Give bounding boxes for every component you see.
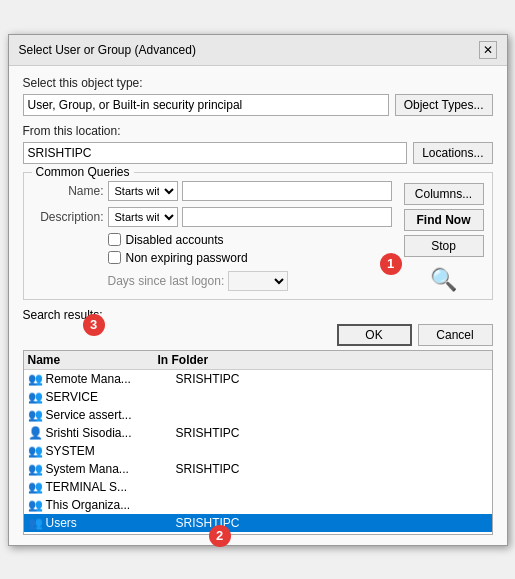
user-icon: 👥 xyxy=(28,515,44,531)
description-row: Description: Starts with Is exactly xyxy=(34,207,392,227)
row-folder: SRISHTIPC xyxy=(176,462,488,476)
cancel-button[interactable]: Cancel xyxy=(418,324,493,346)
row-name: Users xyxy=(46,516,176,530)
stop-button[interactable]: Stop xyxy=(404,235,484,257)
col-folder-header: In Folder xyxy=(158,353,488,367)
days-row: Days since last logon: 30 60 90 xyxy=(34,271,392,291)
table-row[interactable]: 👥 Users SRISHTIPC xyxy=(24,514,492,532)
row-folder: SRISHTIPC xyxy=(176,426,488,440)
common-queries-title: Common Queries xyxy=(32,165,134,179)
row-name: Remote Mana... xyxy=(46,372,176,386)
user-icon: 👥 xyxy=(28,497,44,513)
close-button[interactable]: ✕ xyxy=(479,41,497,59)
disabled-accounts-checkbox[interactable] xyxy=(108,233,121,246)
description-condition-select[interactable]: Starts with Is exactly xyxy=(108,207,178,227)
user-icon: 👤 xyxy=(28,425,44,441)
title-bar: Select User or Group (Advanced) ✕ xyxy=(9,35,507,66)
search-results-label: Search results: xyxy=(23,308,493,322)
object-type-label: Select this object type: xyxy=(23,76,493,90)
days-select[interactable]: 30 60 90 xyxy=(228,271,288,291)
location-row: Locations... xyxy=(23,142,493,164)
row-name: Srishti Sisodia... xyxy=(46,426,176,440)
row-name: WDAGUtilityA... xyxy=(46,534,176,535)
table-row[interactable]: 👥 This Organiza... xyxy=(24,496,492,514)
row-folder: SRISHTIPC xyxy=(176,372,488,386)
description-value-input[interactable] xyxy=(182,207,392,227)
non-expiring-checkbox[interactable] xyxy=(108,251,121,264)
ok-cancel-area: OK Cancel 3 xyxy=(23,324,493,346)
find-now-button[interactable]: Find Now xyxy=(404,209,484,231)
row-folder: SRISHTIPC xyxy=(176,534,488,535)
table-row[interactable]: 👥 Service assert... xyxy=(24,406,492,424)
dialog-title: Select User or Group (Advanced) xyxy=(19,43,196,57)
object-type-input[interactable] xyxy=(23,94,389,116)
col-name-header: Name xyxy=(28,353,158,367)
non-expiring-row: Non expiring password xyxy=(34,251,392,265)
row-name: SYSTEM xyxy=(46,444,176,458)
object-types-button[interactable]: Object Types... xyxy=(395,94,493,116)
results-table[interactable]: Name In Folder 👥 Remote Mana... SRISHTIP… xyxy=(23,350,493,535)
ok-button[interactable]: OK xyxy=(337,324,412,346)
location-input[interactable] xyxy=(23,142,408,164)
result-rows-container: 👥 Remote Mana... SRISHTIPC 👥 SERVICE 👥 S… xyxy=(24,370,492,535)
table-row[interactable]: 👤 WDAGUtilityA... SRISHTIPC xyxy=(24,532,492,535)
search-icon: 🔍 xyxy=(430,267,457,293)
user-icon: 👥 xyxy=(28,461,44,477)
common-queries-group: Common Queries Name: Starts with Is exac… xyxy=(23,172,493,300)
row-name: TERMINAL S... xyxy=(46,480,176,494)
disabled-accounts-row: Disabled accounts xyxy=(34,233,392,247)
table-row[interactable]: 👥 SYSTEM xyxy=(24,442,492,460)
right-buttons: Columns... Find Now Stop 🔍 xyxy=(404,183,484,293)
disabled-accounts-label: Disabled accounts xyxy=(126,233,224,247)
row-name: Service assert... xyxy=(46,408,176,422)
name-condition-select[interactable]: Starts with Is exactly Ends with xyxy=(108,181,178,201)
table-row[interactable]: 👥 SERVICE xyxy=(24,388,492,406)
user-icon: 👥 xyxy=(28,371,44,387)
name-row: Name: Starts with Is exactly Ends with xyxy=(34,181,392,201)
table-row[interactable]: 👥 System Mana... SRISHTIPC xyxy=(24,460,492,478)
locations-button[interactable]: Locations... xyxy=(413,142,492,164)
user-icon: 👥 xyxy=(28,407,44,423)
select-user-dialog: Select User or Group (Advanced) ✕ Select… xyxy=(8,34,508,546)
user-icon: 👥 xyxy=(28,479,44,495)
row-name: SERVICE xyxy=(46,390,176,404)
table-row[interactable]: 👥 Remote Mana... SRISHTIPC xyxy=(24,370,492,388)
location-label: From this location: xyxy=(23,124,493,138)
non-expiring-label: Non expiring password xyxy=(126,251,248,265)
description-label: Description: xyxy=(34,210,104,224)
table-row[interactable]: 👥 TERMINAL S... xyxy=(24,478,492,496)
dialog-content: Select this object type: Object Types...… xyxy=(9,66,507,545)
days-label: Days since last logon: xyxy=(108,274,225,288)
table-row[interactable]: 👤 Srishti Sisodia... SRISHTIPC xyxy=(24,424,492,442)
row-folder: SRISHTIPC xyxy=(176,516,488,530)
columns-button[interactable]: Columns... xyxy=(404,183,484,205)
row-name: This Organiza... xyxy=(46,498,176,512)
name-value-input[interactable] xyxy=(182,181,392,201)
results-header: Name In Folder xyxy=(24,351,492,370)
user-icon: 👤 xyxy=(28,533,44,535)
user-icon: 👥 xyxy=(28,389,44,405)
user-icon: 👥 xyxy=(28,443,44,459)
object-type-row: Object Types... xyxy=(23,94,493,116)
row-name: System Mana... xyxy=(46,462,176,476)
name-label: Name: xyxy=(34,184,104,198)
